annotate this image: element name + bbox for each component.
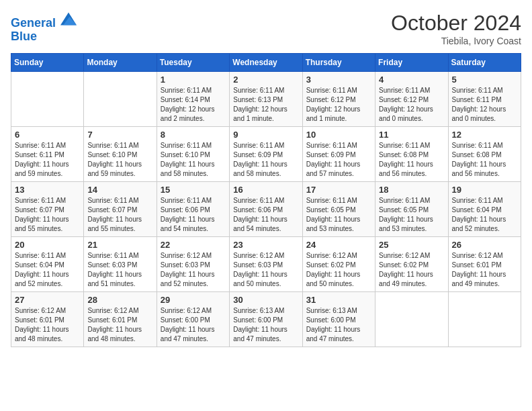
calendar-cell: 2Sunrise: 6:11 AM Sunset: 6:13 PM Daylig… xyxy=(230,72,302,127)
calendar-cell: 5Sunrise: 6:11 AM Sunset: 6:11 PM Daylig… xyxy=(448,72,521,127)
logo-text: General xyxy=(11,11,77,30)
day-info: Sunrise: 6:11 AM Sunset: 6:11 PM Dayligh… xyxy=(15,141,80,179)
day-number: 29 xyxy=(161,295,226,305)
logo-icon xyxy=(60,11,77,27)
header-cell-wednesday: Wednesday xyxy=(230,54,302,72)
calendar-cell: 4Sunrise: 6:11 AM Sunset: 6:12 PM Daylig… xyxy=(375,72,448,127)
day-number: 3 xyxy=(306,75,371,85)
header-cell-tuesday: Tuesday xyxy=(157,54,229,72)
day-info: Sunrise: 6:11 AM Sunset: 6:07 PM Dayligh… xyxy=(87,196,152,234)
calendar-cell xyxy=(375,292,448,347)
header-cell-sunday: Sunday xyxy=(11,54,84,72)
calendar-week-1: 1Sunrise: 6:11 AM Sunset: 6:14 PM Daylig… xyxy=(11,72,521,127)
day-number: 12 xyxy=(452,130,517,140)
calendar-cell xyxy=(84,72,157,127)
title-block: October 2024 Tiebila, Ivory Coast xyxy=(391,11,521,46)
month-title: October 2024 xyxy=(391,11,521,36)
day-info: Sunrise: 6:11 AM Sunset: 6:07 PM Dayligh… xyxy=(15,196,80,234)
day-info: Sunrise: 6:12 AM Sunset: 6:01 PM Dayligh… xyxy=(15,306,80,344)
day-number: 31 xyxy=(306,295,371,305)
day-info: Sunrise: 6:11 AM Sunset: 6:06 PM Dayligh… xyxy=(233,196,298,234)
calendar-cell: 13Sunrise: 6:11 AM Sunset: 6:07 PM Dayli… xyxy=(11,182,84,237)
calendar-cell: 11Sunrise: 6:11 AM Sunset: 6:08 PM Dayli… xyxy=(375,127,448,182)
logo: General Blue xyxy=(11,11,77,44)
calendar-cell: 1Sunrise: 6:11 AM Sunset: 6:14 PM Daylig… xyxy=(157,72,229,127)
calendar-cell: 12Sunrise: 6:11 AM Sunset: 6:08 PM Dayli… xyxy=(448,127,521,182)
day-number: 4 xyxy=(379,75,444,85)
calendar-cell xyxy=(448,292,521,347)
day-number: 21 xyxy=(87,240,152,250)
day-number: 18 xyxy=(379,185,444,195)
calendar-cell: 10Sunrise: 6:11 AM Sunset: 6:09 PM Dayli… xyxy=(302,127,375,182)
header-cell-saturday: Saturday xyxy=(448,54,521,72)
day-number: 7 xyxy=(87,130,152,140)
day-number: 30 xyxy=(233,295,298,305)
day-number: 9 xyxy=(233,130,298,140)
calendar-cell: 7Sunrise: 6:11 AM Sunset: 6:10 PM Daylig… xyxy=(84,127,157,182)
calendar-cell: 30Sunrise: 6:13 AM Sunset: 6:00 PM Dayli… xyxy=(230,292,302,347)
day-info: Sunrise: 6:11 AM Sunset: 6:08 PM Dayligh… xyxy=(379,141,444,179)
day-info: Sunrise: 6:11 AM Sunset: 6:05 PM Dayligh… xyxy=(379,196,444,234)
day-info: Sunrise: 6:13 AM Sunset: 6:00 PM Dayligh… xyxy=(233,306,298,344)
day-info: Sunrise: 6:13 AM Sunset: 6:00 PM Dayligh… xyxy=(306,306,371,344)
day-number: 28 xyxy=(87,295,152,305)
header-cell-monday: Monday xyxy=(84,54,157,72)
day-info: Sunrise: 6:11 AM Sunset: 6:11 PM Dayligh… xyxy=(452,86,517,124)
calendar-cell xyxy=(11,72,84,127)
day-number: 23 xyxy=(233,240,298,250)
day-number: 16 xyxy=(233,185,298,195)
calendar-cell: 6Sunrise: 6:11 AM Sunset: 6:11 PM Daylig… xyxy=(11,127,84,182)
day-number: 8 xyxy=(161,130,226,140)
day-number: 27 xyxy=(15,295,80,305)
calendar-cell: 22Sunrise: 6:12 AM Sunset: 6:03 PM Dayli… xyxy=(157,237,229,292)
calendar-cell: 23Sunrise: 6:12 AM Sunset: 6:03 PM Dayli… xyxy=(230,237,302,292)
day-info: Sunrise: 6:11 AM Sunset: 6:12 PM Dayligh… xyxy=(379,86,444,124)
day-number: 11 xyxy=(379,130,444,140)
header-cell-thursday: Thursday xyxy=(302,54,375,72)
day-number: 26 xyxy=(452,240,517,250)
header-cell-friday: Friday xyxy=(375,54,448,72)
day-number: 2 xyxy=(233,75,298,85)
calendar-week-5: 27Sunrise: 6:12 AM Sunset: 6:01 PM Dayli… xyxy=(11,292,521,347)
day-info: Sunrise: 6:12 AM Sunset: 6:01 PM Dayligh… xyxy=(452,251,517,289)
day-info: Sunrise: 6:11 AM Sunset: 6:04 PM Dayligh… xyxy=(15,251,80,289)
day-info: Sunrise: 6:11 AM Sunset: 6:08 PM Dayligh… xyxy=(452,141,517,179)
day-info: Sunrise: 6:12 AM Sunset: 6:03 PM Dayligh… xyxy=(233,251,298,289)
calendar-week-2: 6Sunrise: 6:11 AM Sunset: 6:11 PM Daylig… xyxy=(11,127,521,182)
day-number: 24 xyxy=(306,240,371,250)
day-number: 10 xyxy=(306,130,371,140)
calendar-cell: 24Sunrise: 6:12 AM Sunset: 6:02 PM Dayli… xyxy=(302,237,375,292)
calendar-cell: 16Sunrise: 6:11 AM Sunset: 6:06 PM Dayli… xyxy=(230,182,302,237)
calendar-cell: 3Sunrise: 6:11 AM Sunset: 6:12 PM Daylig… xyxy=(302,72,375,127)
day-info: Sunrise: 6:11 AM Sunset: 6:05 PM Dayligh… xyxy=(306,196,371,234)
calendar-week-4: 20Sunrise: 6:11 AM Sunset: 6:04 PM Dayli… xyxy=(11,237,521,292)
calendar-cell: 15Sunrise: 6:11 AM Sunset: 6:06 PM Dayli… xyxy=(157,182,229,237)
logo-subtext: Blue xyxy=(11,30,77,44)
day-number: 13 xyxy=(15,185,80,195)
day-info: Sunrise: 6:11 AM Sunset: 6:13 PM Dayligh… xyxy=(233,86,298,124)
calendar-cell: 17Sunrise: 6:11 AM Sunset: 6:05 PM Dayli… xyxy=(302,182,375,237)
day-number: 6 xyxy=(15,130,80,140)
calendar-cell: 8Sunrise: 6:11 AM Sunset: 6:10 PM Daylig… xyxy=(157,127,229,182)
day-number: 1 xyxy=(161,75,226,85)
day-number: 20 xyxy=(15,240,80,250)
calendar-cell: 25Sunrise: 6:12 AM Sunset: 6:02 PM Dayli… xyxy=(375,237,448,292)
calendar-cell: 18Sunrise: 6:11 AM Sunset: 6:05 PM Dayli… xyxy=(375,182,448,237)
day-info: Sunrise: 6:11 AM Sunset: 6:03 PM Dayligh… xyxy=(87,251,152,289)
calendar-cell: 19Sunrise: 6:11 AM Sunset: 6:04 PM Dayli… xyxy=(448,182,521,237)
day-number: 25 xyxy=(379,240,444,250)
calendar-cell: 20Sunrise: 6:11 AM Sunset: 6:04 PM Dayli… xyxy=(11,237,84,292)
day-info: Sunrise: 6:11 AM Sunset: 6:09 PM Dayligh… xyxy=(233,141,298,179)
calendar-table: SundayMondayTuesdayWednesdayThursdayFrid… xyxy=(11,53,521,347)
location: Tiebila, Ivory Coast xyxy=(391,36,521,46)
calendar-cell: 14Sunrise: 6:11 AM Sunset: 6:07 PM Dayli… xyxy=(84,182,157,237)
day-info: Sunrise: 6:11 AM Sunset: 6:10 PM Dayligh… xyxy=(161,141,226,179)
day-info: Sunrise: 6:11 AM Sunset: 6:09 PM Dayligh… xyxy=(306,141,371,179)
day-info: Sunrise: 6:11 AM Sunset: 6:12 PM Dayligh… xyxy=(306,86,371,124)
calendar-cell: 29Sunrise: 6:12 AM Sunset: 6:00 PM Dayli… xyxy=(157,292,229,347)
calendar-week-3: 13Sunrise: 6:11 AM Sunset: 6:07 PM Dayli… xyxy=(11,182,521,237)
day-info: Sunrise: 6:12 AM Sunset: 6:03 PM Dayligh… xyxy=(161,251,226,289)
day-info: Sunrise: 6:11 AM Sunset: 6:06 PM Dayligh… xyxy=(161,196,226,234)
day-info: Sunrise: 6:11 AM Sunset: 6:14 PM Dayligh… xyxy=(161,86,226,124)
calendar-body: 1Sunrise: 6:11 AM Sunset: 6:14 PM Daylig… xyxy=(11,72,521,347)
